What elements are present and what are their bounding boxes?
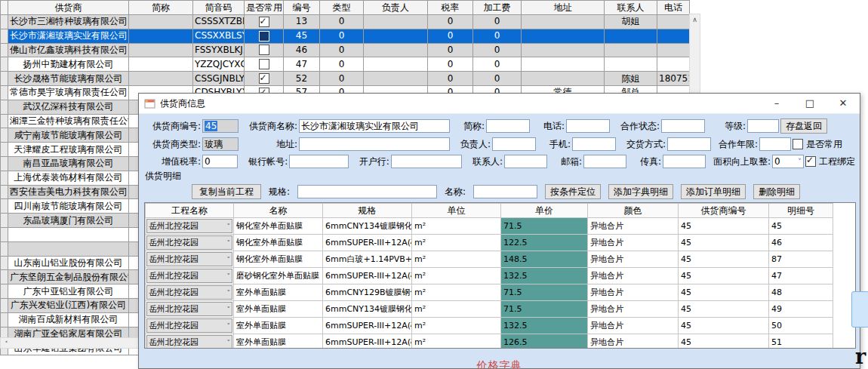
- bank-input[interactable]: [391, 155, 462, 168]
- column-header[interactable]: 加工费: [473, 1, 522, 15]
- cell: 湘潭三金特种玻璃有限责任公司: [8, 114, 129, 128]
- column-header[interactable]: 名称: [234, 204, 323, 218]
- cell: [605, 29, 657, 43]
- supplier-id-input[interactable]: 45: [202, 119, 239, 133]
- cell: [245, 29, 284, 43]
- column-header[interactable]: 工程名称: [146, 204, 234, 218]
- cell[interactable]: 132.5: [501, 318, 588, 334]
- supplier-row[interactable]: 佛山市亿鑫玻璃科技有限公司FSSYXBLKJ..46000: [1, 43, 690, 57]
- column-header[interactable]: 编号: [284, 1, 320, 15]
- column-header[interactable]: 供货商: [8, 1, 129, 15]
- vat-rate-label: 增值税率:: [143, 155, 201, 168]
- cell[interactable]: 132.5: [501, 268, 588, 284]
- cell: [522, 15, 605, 29]
- add-dictionary-detail-button[interactable]: 添加字典明细: [608, 184, 673, 199]
- delete-detail-button[interactable]: 删除明细: [753, 184, 800, 199]
- project-name-select[interactable]: 岳州北控花园˅: [146, 302, 232, 316]
- project-name-select[interactable]: 岳州北控花园˅: [146, 219, 232, 233]
- cell[interactable]: 71.5: [501, 301, 588, 318]
- detail-row[interactable]: 岳州北控花园˅钢化室外单面贴膜6mmSUPER-III+12A(硅...m²12…: [146, 235, 833, 251]
- spec-filter-input[interactable]: [297, 185, 437, 198]
- coop-years-input[interactable]: [759, 137, 791, 151]
- minimize-button[interactable]: –: [760, 94, 793, 113]
- locate-by-condition-button[interactable]: 按条件定位: [545, 184, 601, 199]
- detail-grid-header-row: 工程名称名称规格单位单价颜色供货商编号明细号: [146, 204, 833, 218]
- cell[interactable]: 71.5: [501, 284, 588, 301]
- cell[interactable]: 126.5: [501, 334, 588, 349]
- column-header[interactable]: 单位: [412, 204, 501, 218]
- project-name-select[interactable]: 岳州北控花园˅: [146, 269, 232, 283]
- checkbox-icon[interactable]: [259, 59, 269, 69]
- column-header[interactable]: 单价: [501, 204, 588, 218]
- cell: m²: [412, 268, 501, 284]
- supplier-type-input[interactable]: 玻璃: [202, 137, 239, 151]
- manager-input[interactable]: [492, 137, 536, 151]
- detail-row[interactable]: 岳州北控花园˅钢化室外单面贴膜6mm白玻+1.14PVB+6mm...m²148…: [146, 251, 833, 268]
- checkbox-icon[interactable]: [259, 73, 269, 84]
- detail-row[interactable]: 岳州北控花园˅室外单面贴膜6mmCNY134镀膜钢化m²71.5异地合片4549: [146, 301, 833, 318]
- detail-row[interactable]: 岳州北控花园˅磨砂钢化室外单面贴膜6mmSUPER-III+12A(硅...m²…: [146, 268, 833, 284]
- column-header[interactable]: 明细号: [769, 204, 833, 218]
- cell: 0: [320, 15, 364, 29]
- vat-rate-input[interactable]: 0: [202, 155, 238, 168]
- project-name-select[interactable]: 岳州北控花园˅: [146, 252, 232, 266]
- supplier-row[interactable]: 长沙市三湘特种玻璃有限公司CSSSXTZBL..13000胡姐: [1, 15, 690, 29]
- supplier-name-input[interactable]: 长沙市潇湘玻璃实业有限公司: [299, 119, 450, 133]
- email-input[interactable]: [583, 155, 626, 168]
- dialog-titlebar[interactable]: 供货商信息 – □ ✕: [139, 94, 860, 114]
- project-name-select[interactable]: 岳州北控花园˅: [146, 285, 232, 300]
- bank-account-input[interactable]: [289, 155, 349, 168]
- fax-input[interactable]: [663, 155, 706, 168]
- common-use-checkbox[interactable]: 是否常用: [793, 138, 842, 151]
- column-header[interactable]: 类型: [320, 1, 364, 15]
- delivery-method-input[interactable]: [667, 137, 711, 151]
- phone-input[interactable]: [566, 119, 610, 133]
- detail-row[interactable]: 岳州北控花园˅室外单面贴膜6mmSUPER-III+12A(硅...m²126.…: [146, 334, 833, 349]
- supplier-row[interactable]: 长沙晟格节能玻璃有限公司CSSGJNBLYXGS52000陈姐180751: [1, 72, 690, 86]
- contact-input[interactable]: [504, 155, 547, 168]
- name-filter-input[interactable]: [473, 185, 537, 198]
- maximize-button[interactable]: □: [793, 94, 826, 113]
- column-header[interactable]: 规格: [323, 204, 412, 218]
- detail-row[interactable]: 岳州北控花园˅钢化室外单面贴膜6mmCNY134镀膜钢化m²71.5异地合片45…: [146, 218, 833, 235]
- project-name-value: 岳州北控花园: [149, 286, 199, 300]
- supplier-row[interactable]: 扬州中勤建材有限公司YZZQJCYXGS47000: [1, 57, 690, 72]
- column-header[interactable]: 是否常用: [245, 1, 284, 15]
- scrollbar-thumb-artifact[interactable]: [851, 291, 868, 327]
- scroll-up-icon[interactable]: ∧: [690, 14, 700, 26]
- column-header[interactable]: 地址: [522, 1, 605, 15]
- checkbox-icon[interactable]: [259, 45, 269, 55]
- mobile-input[interactable]: [572, 137, 616, 151]
- project-name-select[interactable]: 岳州北控花园˅: [146, 335, 232, 349]
- grade-input[interactable]: [747, 119, 779, 133]
- column-header[interactable]: 负责人: [364, 1, 428, 15]
- short-name-input[interactable]: [486, 119, 530, 133]
- copy-current-project-button[interactable]: 复制当前工程: [192, 184, 261, 199]
- project-name-select[interactable]: 岳州北控花园˅: [146, 235, 232, 250]
- column-header[interactable]: 税率: [428, 1, 473, 15]
- add-order-detail-button[interactable]: 添加订单明细: [681, 184, 746, 199]
- close-button[interactable]: ✕: [826, 94, 860, 113]
- save-return-button[interactable]: 存盘返回: [780, 118, 827, 134]
- area-roundup-select[interactable]: 0 ˅: [772, 155, 804, 168]
- column-header[interactable]: 电话: [657, 1, 690, 15]
- detail-row[interactable]: 岳州北控花园˅室外单面贴膜6mmCNY129B镀膜钢化m²71.5异地合片454…: [146, 284, 833, 301]
- cell[interactable]: 122.5: [501, 235, 588, 251]
- cell[interactable]: 148.5: [501, 251, 588, 268]
- checkbox-icon[interactable]: [259, 17, 269, 27]
- column-header[interactable]: 颜色: [588, 204, 679, 218]
- column-header[interactable]: 联系人: [605, 1, 657, 15]
- address-input[interactable]: [299, 137, 450, 151]
- project-name-select[interactable]: 岳州北控花园˅: [146, 318, 232, 333]
- cell: 上海优泰装饰材料有限公司: [8, 171, 129, 185]
- column-header[interactable]: 简称: [129, 1, 193, 15]
- column-header[interactable]: 简音码: [193, 1, 245, 15]
- detail-row[interactable]: 岳州北控花园˅室外单面贴膜6mmSUPER-III+12A(硅...m²132.…: [146, 318, 833, 334]
- column-header[interactable]: 供货商编号: [679, 204, 769, 218]
- supplier-row[interactable]: 长沙市潇湘玻璃实业有限公司CSSXXBLSY..45000: [1, 29, 690, 43]
- cell[interactable]: 71.5: [501, 218, 588, 235]
- checkbox-icon[interactable]: [259, 31, 269, 42]
- coop-status-input[interactable]: [661, 119, 705, 133]
- project-bind-checkbox[interactable]: 工程绑定: [805, 155, 855, 168]
- scroll-left-icon[interactable]: ˂: [1, 340, 12, 349]
